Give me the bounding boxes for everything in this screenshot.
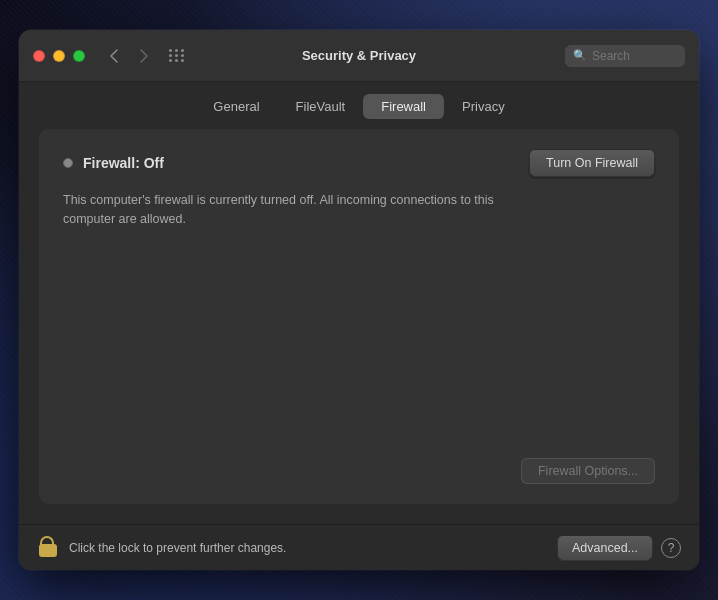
grid-button[interactable] [169,49,185,62]
grid-icon [169,49,185,62]
close-button[interactable] [33,50,45,62]
minimize-button[interactable] [53,50,65,62]
search-icon: 🔍 [573,49,587,62]
traffic-lights [33,50,85,62]
help-button[interactable]: ? [661,538,681,558]
bottom-right-actions: Advanced... ? [557,535,681,561]
search-bar[interactable]: 🔍 [565,45,685,67]
tabs-container: General FileVault Firewall Privacy [19,82,699,119]
lock-icon[interactable] [37,536,59,560]
firewall-status-indicator [63,158,73,168]
firewall-options-button[interactable]: Firewall Options... [521,458,655,484]
search-input[interactable] [592,49,682,63]
tab-privacy[interactable]: Privacy [444,94,523,119]
tab-filevault[interactable]: FileVault [278,94,364,119]
window-title: Security & Privacy [302,48,416,63]
firewall-status-row: Firewall: Off Turn On Firewall [63,149,655,177]
nav-buttons [101,47,157,65]
maximize-button[interactable] [73,50,85,62]
lock-body [39,544,57,557]
firewall-description: This computer's firewall is currently tu… [63,191,543,229]
tab-firewall[interactable]: Firewall [363,94,444,119]
lock-section[interactable]: Click the lock to prevent further change… [37,536,286,560]
turn-on-firewall-button[interactable]: Turn On Firewall [529,149,655,177]
firewall-status-left: Firewall: Off [63,155,164,171]
main-content: Firewall: Off Turn On Firewall This comp… [19,119,699,524]
bottom-bar: Click the lock to prevent further change… [19,524,699,570]
back-button[interactable] [101,47,127,65]
firewall-panel: Firewall: Off Turn On Firewall This comp… [39,129,679,504]
forward-button[interactable] [131,47,157,65]
advanced-button[interactable]: Advanced... [557,535,653,561]
lock-label: Click the lock to prevent further change… [69,541,286,555]
titlebar: Security & Privacy 🔍 [19,30,699,82]
tab-general[interactable]: General [195,94,277,119]
firewall-status-label: Firewall: Off [83,155,164,171]
security-privacy-window: Security & Privacy 🔍 General FileVault F… [19,30,699,570]
